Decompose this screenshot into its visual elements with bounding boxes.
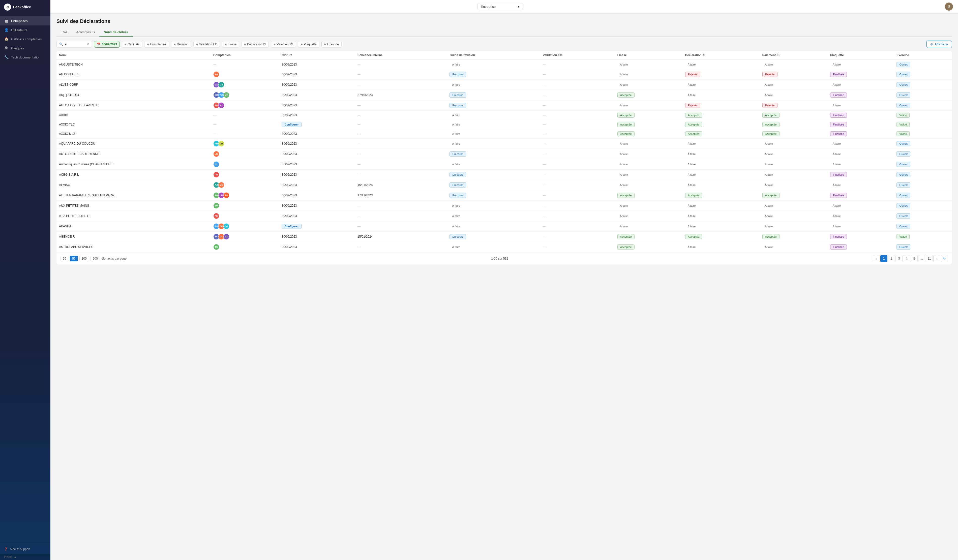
page-1-button[interactable]: 1 (880, 255, 887, 262)
cell-declaration-is: À faire (683, 201, 760, 211)
clear-search-icon[interactable]: ✕ (86, 42, 89, 46)
page-11-button[interactable]: 11 (926, 255, 933, 262)
tab-suivi-cloture[interactable]: Suivi de clôture (99, 28, 133, 36)
table-row[interactable]: AQUAPARC DU COUCOU NRVB 30/09/2023 — À f… (57, 139, 952, 149)
cell-paiement-is: Acceptée (760, 129, 828, 139)
tab-bar: TVA Acomptes IS Suivi de clôture (57, 28, 952, 36)
table-row[interactable]: AXXIO MLZ — 30/09/2023 — À faire — Accep… (57, 129, 952, 139)
table-row[interactable]: AXXIO — 30/09/2023 — À faire — Acceptée … (57, 111, 952, 120)
sidebar-item-banques[interactable]: 🏛 Banques (0, 44, 51, 53)
cell-echeance: — (355, 201, 447, 211)
table-row[interactable]: AUTO ECOLE DE LAVENTIE TPPL 30/09/2023 —… (57, 100, 952, 111)
table-row[interactable]: AR[T] STUDIO EGAGMR 30/09/2023 27/10/202… (57, 90, 952, 100)
cell-declaration-is: Acceptée (683, 190, 760, 201)
table-row[interactable]: AUX PETITES MAINS TO 30/09/2023 — À fair… (57, 201, 952, 211)
affichage-button[interactable]: ⊙ Affichage (926, 41, 952, 48)
cell-cloture: 30/09/2023 (279, 180, 355, 190)
cell-liasse: À faire (615, 221, 683, 232)
per-page-50[interactable]: 50 (70, 256, 78, 261)
cell-paiement-is: À faire (760, 169, 828, 180)
validation-ec-filter-label: Validation EC (199, 43, 217, 46)
per-page-25[interactable]: 25 (60, 256, 68, 261)
search-input[interactable] (65, 42, 85, 46)
sidebar-logo[interactable]: ⊙ Backoffice (0, 0, 51, 14)
table-row[interactable]: AUGUSTE TECH — 30/09/2023 — À faire — À … (57, 60, 952, 69)
cell-validation-ec: — (540, 120, 615, 129)
help-icon: ❓ (4, 547, 8, 551)
sidebar-item-tech[interactable]: 🔧 Tech documentation (0, 53, 51, 62)
page-2-button[interactable]: 2 (888, 255, 895, 262)
cell-liasse: Acceptée (615, 129, 683, 139)
table-row[interactable]: ALVES CORP VACA 30/09/2023 — À faire — À… (57, 80, 952, 90)
cell-revision: À faire (447, 80, 540, 90)
help-label: Aide et support (10, 547, 30, 551)
cell-exercice: Ouvert (894, 180, 952, 190)
exercice-filter-button[interactable]: ≡ Exercice (322, 41, 342, 47)
tab-tva[interactable]: TVA (57, 28, 71, 36)
col-declaration-is: Déclaration IS (683, 51, 760, 60)
cabinets-filter-button[interactable]: ≡ Cabinets (122, 41, 142, 47)
cell-exercice: Ouvert (894, 190, 952, 201)
cabinets-filter-icon: ≡ (125, 43, 126, 46)
cell-validation-ec: — (540, 180, 615, 190)
table-row[interactable]: ASTROLABE SERVICES TC 30/09/2023 — À fai… (57, 242, 952, 252)
cell-comptables: — (211, 60, 279, 69)
cell-revision: À faire (447, 111, 540, 120)
cell-cloture: 30/09/2023 (279, 80, 355, 90)
next-page-button[interactable]: › (933, 255, 941, 262)
cell-plaquette: À faire (828, 159, 894, 169)
table-row[interactable]: A LA PETITE RUELLE PE 30/09/2023 — À fai… (57, 211, 952, 221)
comptables-filter-button[interactable]: ≡ Comptables (144, 41, 169, 47)
table-row[interactable]: Authentiques Cuisines (CHARLES CHE... BL… (57, 159, 952, 169)
cell-cloture: 30/09/2023 (279, 201, 355, 211)
cell-paiement-is: Rejetée (760, 100, 828, 111)
page-4-button[interactable]: 4 (903, 255, 910, 262)
col-plaquette: Plaquette (828, 51, 894, 60)
cell-declaration-is: Acceptée (683, 129, 760, 139)
cell-liasse: À faire (615, 159, 683, 169)
table-row[interactable]: AGENCE R EGDLMP 30/09/2023 15/01/2024 En… (57, 232, 952, 242)
cell-nom: AEVISO (57, 180, 211, 190)
cell-revision: En cours (447, 149, 540, 159)
sidebar-item-cabinets[interactable]: 🏠 Cabinets comptables (0, 35, 51, 44)
sidebar-label-tech: Tech documentation (11, 55, 40, 59)
table-row[interactable]: AXXIO TLC — Configurer — À faire — Accep… (57, 120, 952, 129)
cell-comptables: — (211, 120, 279, 129)
cell-nom: AXXIO (57, 111, 211, 120)
table-row[interactable]: AKASHA ADSMDG Configurer — À faire — À f… (57, 221, 952, 232)
cell-paiement-is: À faire (760, 211, 828, 221)
table-row[interactable]: ACBG S.A.R.L PE 30/09/2023 — En cours — … (57, 169, 952, 180)
liasse-filter-button[interactable]: ≡ Liasse (222, 41, 239, 47)
paiement-is-filter-icon: ≡ (274, 43, 275, 46)
sidebar-footer-help[interactable]: ❓ Aide et support (0, 544, 51, 554)
cell-declaration-is: Acceptée (683, 120, 760, 129)
table-row[interactable]: AUTO-ECOLE CADIERENNE LG 30/09/2023 — En… (57, 149, 952, 159)
tab-acomptes-is[interactable]: Acomptes IS (71, 28, 99, 36)
revision-filter-button[interactable]: ≡ Révision (171, 41, 191, 47)
per-page-100[interactable]: 100 (79, 256, 89, 261)
table-row[interactable]: AEVISO AZMS 30/09/2023 15/01/2024 En cou… (57, 180, 952, 190)
sidebar-item-entreprises[interactable]: ▦ Entreprises (0, 16, 51, 25)
cell-echeance: — (355, 242, 447, 252)
page-3-button[interactable]: 3 (896, 255, 902, 262)
table-row[interactable]: ATELIER PARAMETRE (ATELIER PARA... TOLPF… (57, 190, 952, 201)
sidebar-label-cabinets: Cabinets comptables (11, 37, 41, 41)
cell-exercice: Ouvert (894, 100, 952, 111)
validation-ec-filter-button[interactable]: ≡ Validation EC (194, 41, 220, 47)
user-avatar[interactable]: U (945, 3, 953, 11)
topbar: Entreprise ▾ U (51, 0, 958, 13)
sidebar-item-utilisateurs[interactable]: 👤 Utilisateurs (0, 25, 51, 35)
declaration-is-filter-button[interactable]: ≡ Déclaration IS (241, 41, 269, 47)
comptables-filter-icon: ≡ (147, 43, 149, 46)
table-row[interactable]: AH CONSEILS AH 30/09/2023 — En cours — À… (57, 69, 952, 80)
plaquette-filter-button[interactable]: ≡ Plaquette (298, 41, 319, 47)
date-filter-button[interactable]: 📅 30/09/2023 (94, 41, 120, 47)
refresh-button[interactable]: ↻ (941, 255, 948, 262)
entreprise-dropdown[interactable]: Entreprise ▾ (477, 3, 523, 10)
cell-revision: En cours (447, 169, 540, 180)
prev-page-button[interactable]: ‹ (873, 255, 880, 262)
col-revision: Guide de révision (447, 51, 540, 60)
paiement-is-filter-button[interactable]: ≡ Paiement IS (271, 41, 296, 47)
per-page-200[interactable]: 200 (90, 256, 100, 261)
page-5-button[interactable]: 5 (910, 255, 918, 262)
